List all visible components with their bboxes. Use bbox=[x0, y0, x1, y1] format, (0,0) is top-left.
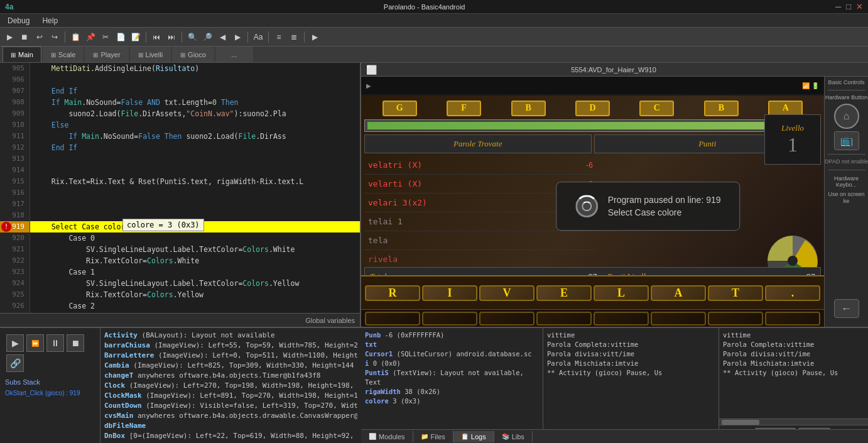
subs-stack-button[interactable]: Subs Stack bbox=[3, 376, 43, 388]
log-section: vittime Parola Completa:vittime Parola d… bbox=[543, 328, 719, 443]
global-vars-bar: Global variables bbox=[0, 313, 360, 327]
code-content-922: Rix.TextColor=Colors.White bbox=[30, 255, 199, 266]
tab-player[interactable]: ⊞ Player bbox=[85, 46, 128, 62]
toolbar-btn-4[interactable]: ↪ bbox=[48, 30, 62, 44]
step-over-button[interactable]: ⏩ bbox=[26, 334, 44, 352]
hw-back-button[interactable]: ← bbox=[834, 299, 859, 318]
btab-files[interactable]: 📁 Files bbox=[413, 431, 453, 442]
log-line-4: Parola Mischiata:imtvie bbox=[547, 359, 715, 368]
toolbar-btn-7[interactable]: ✂ bbox=[99, 30, 112, 44]
btab-logs[interactable]: 📋 Logs bbox=[453, 431, 494, 442]
btab-modules-icon: ⬜ bbox=[369, 433, 376, 440]
menu-help[interactable]: Help bbox=[37, 15, 63, 26]
tile-B2: B bbox=[704, 101, 739, 116]
output-section: vittime Parola Completa:vittime Parola d… bbox=[719, 328, 868, 443]
code-line-922: 922 Rix.TextColor=Colors.White bbox=[0, 255, 360, 266]
line-num-909: 909 bbox=[0, 108, 30, 119]
chain-button[interactable]: 🔗 bbox=[6, 354, 24, 372]
btab-libs[interactable]: 📚 Libs bbox=[494, 431, 533, 442]
horizontal-scrollbar[interactable] bbox=[719, 418, 868, 425]
toolbar-btn-2[interactable]: ⏹ bbox=[18, 30, 31, 44]
bottom-tabs: ⬜ Modules 📁 Files 📋 Logs 📚 Libs bbox=[361, 429, 868, 443]
tab-more[interactable]: ... bbox=[215, 46, 253, 62]
code-area[interactable]: 905 MettiDati.AddSingleLine(Risultato) 9… bbox=[0, 63, 360, 313]
btab-modules[interactable]: ⬜ Modules bbox=[361, 431, 413, 442]
toolbar-btn-3[interactable]: ↩ bbox=[33, 30, 46, 44]
emulator-title-text: 5554:AVD_for_Haier_W910 bbox=[571, 66, 656, 74]
btab-libs-icon: 📚 bbox=[502, 433, 509, 440]
tab-bar: ⊞ Main ⊞ Scale ⊞ Player ⊞ Livelli ⊞ Gioc… bbox=[0, 46, 868, 63]
toolbar-btn-19[interactable]: ▶ bbox=[308, 30, 322, 44]
code-content-908: If Main.NoSound=False AND txt.Length=0 T… bbox=[30, 97, 239, 108]
empty-tile-7 bbox=[708, 312, 763, 325]
minimize-button[interactable]: ─ bbox=[835, 2, 841, 11]
tab-livelli-label: Livelli bbox=[146, 51, 163, 58]
tooltip-popup: colore = 3 (0x3) bbox=[122, 219, 204, 231]
pause-line2: Select Case colore bbox=[608, 207, 721, 217]
toolbar-btn-8[interactable]: 📄 bbox=[114, 30, 127, 44]
code-line-923: 923 Case 1 bbox=[0, 266, 360, 278]
hw-tv-button[interactable]: 📺 bbox=[834, 131, 859, 150]
output-line-1: vittime bbox=[723, 331, 864, 340]
emulator-screen: ▶ 📶 🔋 G F B D C B A bbox=[361, 77, 824, 327]
btab-libs-label: Libs bbox=[512, 433, 524, 440]
var-i: i 0 (0x0) bbox=[365, 359, 539, 368]
toolbar-sep-6 bbox=[304, 31, 305, 43]
tab-player-icon: ⊞ bbox=[93, 52, 98, 58]
stop-button[interactable]: ⏹ bbox=[67, 334, 84, 352]
ok-start-label[interactable]: OkStart_Click (gioco) : 919 bbox=[3, 388, 83, 398]
word-cell-6: rivela bbox=[364, 254, 572, 264]
code-content-923: Case 1 bbox=[30, 266, 95, 278]
line-num-907: 907 bbox=[0, 85, 30, 97]
toolbar-btn-14[interactable]: ◀ bbox=[215, 30, 229, 44]
var-txt: txt bbox=[365, 340, 539, 349]
toolbar-btn-18[interactable]: ≣ bbox=[287, 30, 301, 44]
toolbar-btn-15[interactable]: ▶ bbox=[231, 30, 244, 44]
toolbar-btn-9[interactable]: 📝 bbox=[129, 30, 143, 44]
toolbar-btn-16[interactable]: Aa bbox=[251, 30, 265, 44]
empty-tile-5 bbox=[594, 312, 649, 325]
toolbar-btn-11[interactable]: ⏭ bbox=[165, 30, 178, 44]
toolbar-btn-5[interactable]: 📋 bbox=[68, 30, 82, 44]
code-content-909: suono2.Load(File.DirAssets,"CoinN.wav"):… bbox=[30, 108, 286, 119]
pause-button[interactable]: ⏸ bbox=[46, 334, 64, 352]
toolbar-sep-2 bbox=[146, 31, 146, 43]
var-line-clock: Clock (ImageView): Left=270, Top=198, Wi… bbox=[104, 381, 357, 391]
toolbar-btn-6[interactable]: 📌 bbox=[84, 30, 97, 44]
empty-tile-6 bbox=[651, 312, 706, 325]
code-content-916 bbox=[30, 187, 38, 199]
code-line-926: 926 Case 2 bbox=[0, 300, 360, 312]
column-headers: Parole Trovate Punti bbox=[364, 134, 821, 153]
pause-dialog: Program paused on line: 919 Select Case … bbox=[556, 182, 741, 231]
tab-gioco[interactable]: ⊞ Gioco bbox=[172, 46, 214, 62]
tab-scale-icon: ⊞ bbox=[51, 52, 56, 58]
code-line-915: 915 Rix.Text=Rix.Text & Rset(PuntiS.text… bbox=[0, 176, 360, 187]
main-layout: 905 MettiDati.AddSingleLine(Risultato) 9… bbox=[0, 63, 868, 443]
tab-livelli[interactable]: ⊞ Livelli bbox=[130, 46, 171, 62]
toolbar-btn-10[interactable]: ⏮ bbox=[149, 30, 163, 44]
tab-scale[interactable]: ⊞ Scale bbox=[43, 46, 84, 62]
code-line-913: 913 bbox=[0, 153, 360, 165]
livello-num: 1 bbox=[788, 133, 798, 156]
tab-main-label: Main bbox=[18, 51, 33, 58]
toolbar-btn-1[interactable]: ▶ bbox=[3, 30, 16, 44]
game-tile-T: T bbox=[708, 285, 763, 301]
toolbar-btn-17[interactable]: ≡ bbox=[272, 30, 286, 44]
var-line-clockmask: ClockMask (ImageView): Left=891, Top=270… bbox=[104, 391, 357, 401]
scroll-thumb[interactable] bbox=[722, 420, 759, 425]
toolbar-btn-13[interactable]: 🔎 bbox=[200, 30, 214, 44]
code-content-926: Case 2 bbox=[30, 300, 95, 312]
menu-debug[interactable]: Debug bbox=[3, 15, 35, 26]
code-content-921: SV.SingleLineLayout.Label.TextColor=Colo… bbox=[30, 244, 295, 255]
code-content-913 bbox=[30, 153, 38, 165]
variables-section: Punb -6 (0xFFFFFFFA) txt Cursor1 (SQLite… bbox=[361, 328, 543, 443]
play-button[interactable]: ▶ bbox=[6, 334, 24, 352]
maximize-button[interactable]: □ bbox=[846, 2, 851, 11]
line-num-918: 918 bbox=[0, 210, 30, 221]
game-tile-A: A bbox=[651, 285, 706, 301]
word-row-6: rivela bbox=[364, 250, 597, 269]
close-button[interactable]: ✕ bbox=[856, 2, 863, 11]
toolbar-btn-12[interactable]: 🔍 bbox=[185, 30, 199, 44]
hw-home-button[interactable]: ⌂ bbox=[834, 104, 859, 129]
tab-main[interactable]: ⊞ Main bbox=[3, 46, 41, 62]
